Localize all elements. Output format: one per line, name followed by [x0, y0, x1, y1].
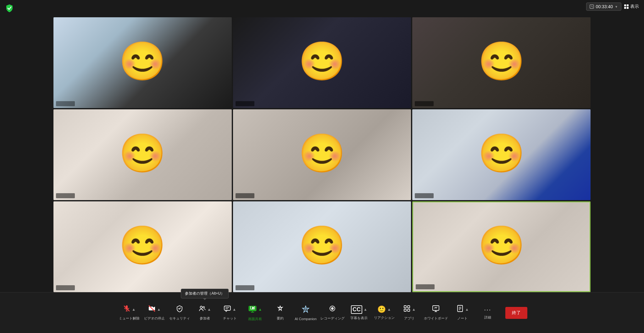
participants-label: 参加者: [200, 316, 210, 321]
cc-icon-area: CC ▲: [351, 305, 367, 314]
emoji-6: 😊: [478, 134, 525, 172]
emoji-4: 😊: [119, 134, 166, 172]
view-label: 表示: [630, 4, 639, 9]
video-icon-area: ▲: [148, 305, 161, 314]
record-icon-area: [329, 305, 336, 314]
svg-point-24: [305, 308, 306, 310]
mute-chevron[interactable]: ▲: [132, 307, 136, 312]
emoji-3: 😊: [478, 42, 525, 80]
record-icon: [329, 305, 336, 314]
name-label-2: [236, 101, 254, 106]
end-meeting-button[interactable]: 終了: [505, 307, 527, 319]
apps-icon-area: ▲: [403, 305, 416, 314]
apps-icon: [403, 305, 411, 314]
reaction-chevron[interactable]: ▲: [387, 307, 391, 312]
microphone-muted-icon: [123, 305, 130, 312]
apps-chevron[interactable]: ▲: [412, 307, 416, 312]
screen-share-icon: [248, 304, 257, 313]
shield-security-icon: [176, 305, 183, 312]
more-icon-area: ···: [484, 306, 491, 313]
apps-button[interactable]: ▲ アプリ: [397, 292, 422, 333]
apps-grid-icon: [403, 305, 411, 312]
timer-chevron[interactable]: ▼: [615, 5, 618, 8]
chat-chevron[interactable]: ▲: [232, 307, 236, 312]
timer-value: 00:33:40: [596, 4, 613, 9]
name-label-6: [415, 193, 434, 198]
reaction-button[interactable]: 🙂 ▲ リアクション: [372, 292, 397, 333]
share-button[interactable]: ▲ 画面共有: [242, 292, 268, 333]
video-cell-2[interactable]: 😊: [233, 17, 411, 108]
video-cell-7[interactable]: 😊: [53, 201, 232, 292]
cc-label: 字幕を表示: [350, 316, 368, 320]
ai-companion-button[interactable]: AI Companion: [293, 292, 319, 333]
video-chevron[interactable]: ▲: [157, 307, 161, 312]
emoji-8: 😊: [298, 226, 346, 264]
name-label-1: [56, 101, 75, 106]
whiteboard-button[interactable]: ホワイトボード: [422, 292, 450, 333]
name-label-3: [415, 101, 434, 106]
svg-point-26: [331, 307, 334, 310]
svg-rect-29: [404, 309, 406, 311]
security-icon-area: [176, 305, 183, 314]
cc-icon: CC: [351, 305, 362, 314]
notes-chevron[interactable]: ▲: [465, 307, 469, 312]
timer-icon: [590, 4, 594, 9]
top-bar: 00:33:40 ▼ 表示: [581, 0, 644, 13]
share-icon: [248, 304, 257, 315]
timer-box[interactable]: 00:33:40 ▼: [586, 3, 621, 11]
camera-icon: [148, 305, 156, 312]
video-cell-5[interactable]: 😊: [233, 109, 411, 200]
ai-icon: [302, 305, 310, 315]
video-cell-3[interactable]: 😊: [412, 17, 591, 108]
summary-label: 要約: [277, 316, 284, 321]
chat-button[interactable]: ▲ チャット: [217, 292, 242, 333]
whiteboard-label: ホワイトボード: [424, 316, 448, 321]
security-button[interactable]: セキュリティ: [167, 292, 192, 333]
chat-label: チャット: [223, 316, 237, 321]
video-cell-1[interactable]: 😊: [53, 17, 232, 108]
summary-button[interactable]: 要約: [268, 292, 293, 333]
reaction-icon: 🙂: [377, 305, 386, 314]
video-cell-8[interactable]: 😊: [233, 201, 411, 292]
name-label-4: [56, 193, 75, 198]
mute-button[interactable]: ▲ ミュート解除: [117, 292, 142, 333]
share-chevron[interactable]: ▲: [258, 307, 262, 312]
ai-sparkle-icon: [302, 305, 310, 313]
video-label: ビデオの停止: [144, 316, 165, 321]
name-label-7: [56, 285, 75, 290]
video-cell-4[interactable]: 😊: [53, 109, 232, 200]
participants-tooltip: 参加者の管理（Alt+U）: [181, 289, 229, 298]
more-icon: ···: [484, 306, 491, 313]
mute-icon-area: ▲: [123, 305, 136, 314]
share-label: 画面共有: [248, 317, 262, 321]
chat-icon-area: ▲: [224, 305, 236, 314]
emoji-7: 😊: [119, 226, 166, 264]
notes-icon: [456, 305, 464, 314]
name-label-8: [236, 285, 254, 290]
apps-label: アプリ: [404, 316, 414, 321]
video-cell-6[interactable]: 😊: [412, 109, 591, 200]
whiteboard-monitor-icon: [432, 305, 440, 312]
participants-icon: [198, 305, 206, 314]
svg-rect-16: [224, 306, 230, 310]
cc-chevron[interactable]: ▲: [364, 307, 367, 312]
participants-chevron[interactable]: ▲: [207, 307, 211, 312]
svg-rect-3: [624, 4, 626, 6]
notes-label: ノート: [457, 316, 468, 321]
video-grid: 😊 😊 😊 😊 😊 😊 😊 😊 😊: [53, 17, 591, 292]
record-button[interactable]: レコーディング: [319, 292, 347, 333]
cc-button[interactable]: CC ▲ 字幕を表示: [347, 292, 372, 333]
view-button[interactable]: 表示: [624, 4, 639, 9]
participants-button[interactable]: 参加者の管理（Alt+U） ▲ 参加者: [192, 292, 217, 333]
svg-rect-28: [408, 306, 410, 308]
participants-icon-area: ▲: [198, 305, 211, 314]
name-label-9: [416, 284, 435, 289]
notes-button[interactable]: ▲ ノート: [450, 292, 475, 333]
svg-rect-4: [627, 4, 629, 6]
notes-doc-icon: [456, 305, 464, 312]
more-button[interactable]: ··· 詳細: [475, 292, 500, 333]
video-cell-9[interactable]: 😊: [412, 201, 591, 292]
video-icon: [148, 305, 156, 314]
emoji-2: 😊: [298, 42, 346, 80]
video-button[interactable]: ▲ ビデオの停止: [142, 292, 167, 333]
